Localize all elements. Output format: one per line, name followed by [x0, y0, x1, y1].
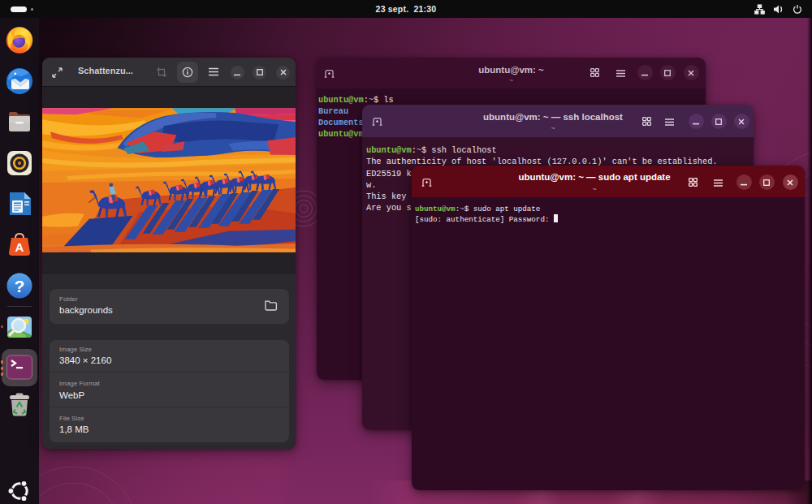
svg-text:A: A	[15, 240, 24, 254]
svg-text:?: ?	[15, 277, 25, 295]
